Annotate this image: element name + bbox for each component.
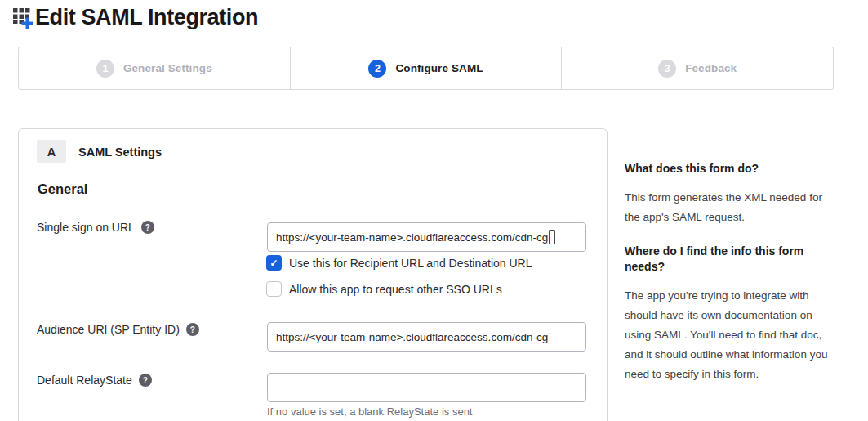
audience-uri-value: https://<your-team-name>.cloudflareacces… <box>276 331 548 343</box>
sidebar-answer-2: The app you're trying to integrate with … <box>625 286 830 384</box>
sidebar-question-1: What does this form do? <box>625 161 759 177</box>
sidebar-question-2: Where do I find the info this form needs… <box>625 244 830 274</box>
audience-uri-label-row: Audience URI (SP Entity ID) ? <box>37 323 199 336</box>
step-number-badge: 1 <box>96 60 114 78</box>
tab-feedback[interactable]: 3 Feedback <box>561 47 833 89</box>
step-number-badge: 2 <box>368 60 386 78</box>
sso-url-label-row: Single sign on URL ? <box>37 221 154 234</box>
page-title: Edit SAML Integration <box>35 5 258 30</box>
step-number-badge: 3 <box>658 60 676 78</box>
help-icon[interactable]: ? <box>186 323 199 336</box>
recipient-url-checkbox[interactable]: ✓ <box>266 255 282 271</box>
add-app-grid-icon <box>12 7 34 29</box>
relaystate-helper-text: If no value is set, a blank RelayState i… <box>267 405 472 418</box>
step-tabs: 1 General Settings 2 Configure SAML 3 Fe… <box>18 47 834 90</box>
sso-url-value: https://<your-team-name>.cloudflareacces… <box>276 231 548 244</box>
step-label: Configure SAML <box>395 62 483 74</box>
section-header: A SAML Settings <box>37 140 162 163</box>
help-icon[interactable]: ? <box>139 374 152 387</box>
other-sso-checkbox-row: Allow this app to request other SSO URLs <box>266 281 502 297</box>
other-sso-checkbox[interactable] <box>266 281 282 297</box>
other-sso-checkbox-label: Allow this app to request other SSO URLs <box>289 283 502 296</box>
group-heading-general: General <box>38 181 87 197</box>
section-badge-a: A <box>37 140 66 163</box>
step-label: Feedback <box>685 62 737 74</box>
audience-uri-input[interactable]: https://<your-team-name>.cloudflareacces… <box>267 322 586 352</box>
recipient-url-checkbox-label: Use this for Recipient URL and Destinati… <box>289 257 532 270</box>
page-header: Edit SAML Integration <box>12 5 258 30</box>
tab-configure-saml[interactable]: 2 Configure SAML <box>290 47 562 89</box>
saml-settings-panel: A SAML Settings General Single sign on U… <box>18 128 608 421</box>
audience-uri-label: Audience URI (SP Entity ID) <box>37 323 180 336</box>
section-title: SAML Settings <box>78 146 162 159</box>
relaystate-input[interactable] <box>267 373 586 402</box>
tab-general-settings[interactable]: 1 General Settings <box>19 47 290 89</box>
sidebar-answer-1: This form generates the XML needed for t… <box>625 188 830 227</box>
relaystate-label: Default RelayState <box>37 374 132 387</box>
recipient-url-checkbox-row: ✓ Use this for Recipient URL and Destina… <box>266 255 532 271</box>
sso-url-input[interactable]: https://<your-team-name>.cloudflareacces… <box>267 222 586 252</box>
text-cursor <box>549 230 555 244</box>
step-label: General Settings <box>123 62 212 74</box>
relaystate-label-row: Default RelayState ? <box>37 374 152 387</box>
help-icon[interactable]: ? <box>141 221 154 234</box>
sso-url-label: Single sign on URL <box>37 221 135 234</box>
